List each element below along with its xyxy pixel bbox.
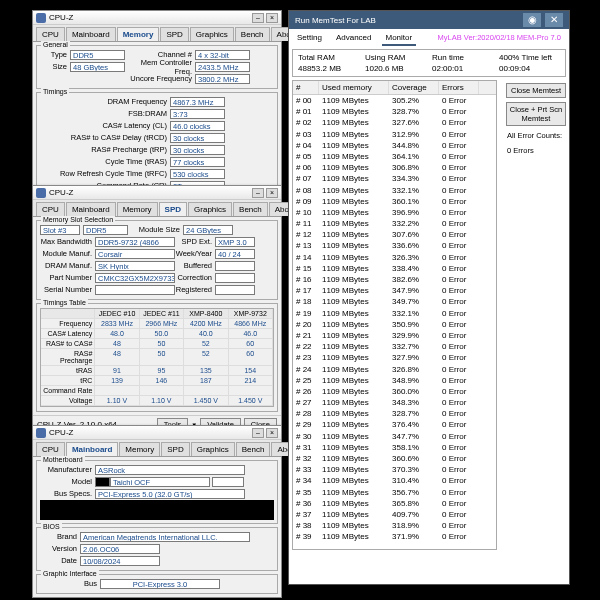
tab-cpu[interactable]: CPU [36, 442, 65, 456]
tab-cpu[interactable]: CPU [36, 27, 65, 41]
tab-advanced[interactable]: Advanced [332, 31, 376, 46]
timing-cell: 50 [140, 349, 184, 365]
camera-icon[interactable]: ◉ [523, 13, 541, 27]
tab-graphics[interactable]: Graphics [191, 442, 235, 456]
tab-mainboard[interactable]: Mainboard [66, 202, 116, 216]
titlebar[interactable]: CPU-Z –× [33, 186, 281, 200]
list-row[interactable]: # 101109 MBytes396.9%0 Error [293, 207, 496, 218]
stat-header: Total RAM [295, 52, 362, 63]
tab-memory[interactable]: Memory [117, 202, 158, 216]
col-cov: Coverage [389, 81, 439, 94]
tab-spd[interactable]: SPD [159, 202, 187, 216]
memtest-titlebar[interactable]: Run MemTest For LAB ◉✕ [289, 11, 569, 29]
list-row[interactable]: # 231109 MBytes327.9%0 Error [293, 352, 496, 363]
row-num: # 05 [293, 151, 319, 162]
list-row[interactable]: # 091109 MBytes360.1%0 Error [293, 196, 496, 207]
titlebar[interactable]: CPU-Z –× [33, 426, 281, 440]
tab-monitor[interactable]: Monitor [382, 31, 417, 46]
tab-mainboard[interactable]: Mainboard [66, 442, 118, 456]
row-num: # 08 [293, 185, 319, 196]
list-row[interactable]: # 111109 MBytes332.2%0 Error [293, 218, 496, 229]
tab-bench[interactable]: Bench [236, 442, 271, 456]
channel-value: 4 x 32-bit [195, 50, 250, 60]
list-row[interactable]: # 361109 MBytes365.8%0 Error [293, 498, 496, 509]
min-icon[interactable]: – [252, 13, 264, 23]
tab-bench[interactable]: Bench [233, 202, 268, 216]
close-icon[interactable]: × [266, 13, 278, 23]
list-row[interactable]: # 241109 MBytes326.8%0 Error [293, 364, 496, 375]
list-row[interactable]: # 151109 MBytes338.4%0 Error [293, 263, 496, 274]
row-label: Command Rate [41, 386, 95, 395]
tab-mainboard[interactable]: Mainboard [66, 27, 116, 41]
row-cov: 376.4% [389, 419, 439, 430]
timing-cell: 48 [95, 339, 139, 348]
list-row[interactable]: # 061109 MBytes306.8%0 Error [293, 162, 496, 173]
list-row[interactable]: # 271109 MBytes348.3%0 Error [293, 397, 496, 408]
row-mem: 1109 MBytes [319, 296, 389, 307]
close-prtscn-button[interactable]: Close + Prt Scn Memtest [506, 102, 566, 126]
list-row[interactable]: # 331109 MBytes370.3%0 Error [293, 464, 496, 475]
list-row[interactable]: # 351109 MBytes356.7%0 Error [293, 487, 496, 498]
list-row[interactable]: # 081109 MBytes332.1%0 Error [293, 185, 496, 196]
list-row[interactable]: # 191109 MBytes332.1%0 Error [293, 308, 496, 319]
list-row[interactable]: # 021109 MBytes327.6%0 Error [293, 117, 496, 128]
slot-select[interactable]: Slot #3 [40, 225, 80, 235]
tab-setting[interactable]: Setting [293, 31, 326, 46]
row-cov: 349.7% [389, 296, 439, 307]
list-row[interactable]: # 291109 MBytes376.4%0 Error [293, 419, 496, 430]
row-num: # 17 [293, 285, 319, 296]
list-row[interactable]: # 031109 MBytes312.9%0 Error [293, 129, 496, 140]
close-memtest-button[interactable]: Close Memtest [506, 83, 566, 98]
row-mem: 1109 MBytes [319, 375, 389, 386]
tab-memory[interactable]: Memory [117, 27, 160, 41]
row-mem: 1109 MBytes [319, 263, 389, 274]
list-row[interactable]: # 181109 MBytes349.7%0 Error [293, 296, 496, 307]
list-row[interactable]: # 201109 MBytes350.9%0 Error [293, 319, 496, 330]
row-err: 0 Error [439, 274, 479, 285]
slot-selection-group: Memory Slot Selection Slot #3DDR5Module … [36, 220, 278, 300]
tab-graphics[interactable]: Graphics [188, 202, 232, 216]
list-row[interactable]: # 341109 MBytes310.4%0 Error [293, 475, 496, 486]
list-row[interactable]: # 211109 MBytes329.9%0 Error [293, 330, 496, 341]
close-icon[interactable]: × [266, 188, 278, 198]
list-row[interactable]: # 071109 MBytes334.3%0 Error [293, 173, 496, 184]
tab-spd[interactable]: SPD [160, 27, 188, 41]
list-row[interactable]: # 051109 MBytes364.1%0 Error [293, 151, 496, 162]
list-row[interactable]: # 161109 MBytes382.6%0 Error [293, 274, 496, 285]
list-row[interactable]: # 001109 MBytes305.2%0 Error [293, 95, 496, 106]
tab-cpu[interactable]: CPU [36, 202, 65, 216]
list-row[interactable]: # 011109 MBytes328.7%0 Error [293, 106, 496, 117]
list-row[interactable]: # 041109 MBytes344.8%0 Error [293, 140, 496, 151]
list-row[interactable]: # 311109 MBytes358.1%0 Error [293, 442, 496, 453]
min-icon[interactable]: – [252, 188, 264, 198]
redacted-block [40, 500, 274, 520]
row-err: 0 Error [439, 487, 479, 498]
list-row[interactable]: # 261109 MBytes360.0%0 Error [293, 386, 496, 397]
list-row[interactable]: # 141109 MBytes326.3%0 Error [293, 252, 496, 263]
list-row[interactable]: # 381109 MBytes318.9%0 Error [293, 520, 496, 531]
list-row[interactable]: # 281109 MBytes328.7%0 Error [293, 408, 496, 419]
list-row[interactable]: # 171109 MBytes347.9%0 Error [293, 285, 496, 296]
row-cov: 326.8% [389, 364, 439, 375]
list-row[interactable]: # 321109 MBytes360.6%0 Error [293, 453, 496, 464]
label: Max Bandwidth [40, 237, 95, 246]
close-icon[interactable]: ✕ [545, 13, 563, 27]
titlebar[interactable]: CPU-Z –× [33, 11, 281, 25]
tab-bench[interactable]: Bench [235, 27, 270, 41]
list-row[interactable]: # 301109 MBytes347.7%0 Error [293, 431, 496, 442]
list-row[interactable]: # 131109 MBytes336.6%0 Error [293, 240, 496, 251]
list-row[interactable]: # 371109 MBytes409.7%0 Error [293, 509, 496, 520]
list-row[interactable]: # 391109 MBytes371.9%0 Error [293, 531, 496, 542]
row-err: 0 Error [439, 252, 479, 263]
list-row[interactable]: # 251109 MBytes348.9%0 Error [293, 375, 496, 386]
row-label: Frequency [41, 319, 95, 328]
tab-memory[interactable]: Memory [119, 442, 160, 456]
sn-value [95, 285, 175, 295]
min-icon[interactable]: – [252, 428, 264, 438]
list-row[interactable]: # 221109 MBytes332.7%0 Error [293, 341, 496, 352]
close-icon[interactable]: × [266, 428, 278, 438]
list-row[interactable]: # 121109 MBytes307.6%0 Error [293, 229, 496, 240]
tab-spd[interactable]: SPD [161, 442, 189, 456]
tab-graphics[interactable]: Graphics [190, 27, 234, 41]
row-cov: 382.6% [389, 274, 439, 285]
